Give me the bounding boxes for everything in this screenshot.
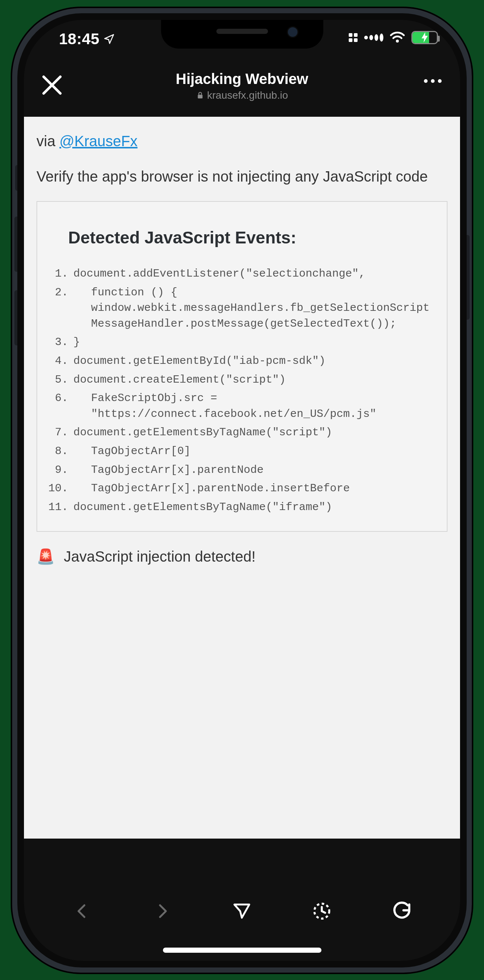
- event-row: 9.TagObjectArr[x].parentNode: [48, 461, 435, 479]
- dual-sim-icon: [349, 33, 358, 42]
- event-line-number: 3.: [48, 334, 73, 350]
- event-row: 1.document.addEventListener("selectionch…: [48, 264, 435, 283]
- history-button[interactable]: [307, 896, 337, 926]
- event-row: 8.TagObjectArr[0]: [48, 442, 435, 461]
- event-line-number: 5.: [48, 372, 73, 388]
- webview-header: Hijacking Webview krausefx.github.io: [24, 55, 460, 117]
- event-line-number: 7.: [48, 425, 73, 441]
- alert-emoji-icon: 🚨: [37, 548, 55, 565]
- author-link[interactable]: @KrauseFx: [59, 133, 137, 149]
- event-line-number: 4.: [48, 353, 73, 369]
- lock-icon: [196, 91, 204, 99]
- event-row: 3.}: [48, 333, 435, 352]
- event-row: 10.TagObjectArr[x].parentNode.insertBefo…: [48, 479, 435, 498]
- notch: [161, 20, 323, 49]
- event-code: TagObjectArr[x].parentNode.insertBefore: [73, 480, 435, 496]
- event-code: FakeScriptObj.src = "https://connect.fac…: [73, 390, 435, 422]
- byline: via @KrauseFx: [37, 133, 447, 150]
- event-code: document.addEventListener("selectionchan…: [73, 266, 435, 282]
- event-code: }: [73, 334, 435, 350]
- event-row: 5.document.createElement("script"): [48, 371, 435, 389]
- more-button[interactable]: [424, 79, 442, 83]
- share-button[interactable]: [227, 896, 257, 926]
- event-code: document.createElement("script"): [73, 372, 435, 388]
- back-button[interactable]: [67, 896, 97, 926]
- event-code: function () { window.webkit.messageHandl…: [73, 285, 435, 332]
- injection-alert: 🚨 JavaScript injection detected!: [37, 548, 447, 565]
- events-panel: Detected JavaScript Events: 1.document.a…: [37, 201, 447, 532]
- close-button[interactable]: [40, 73, 64, 98]
- status-time-area: 18:45: [59, 30, 115, 48]
- event-line-number: 9.: [48, 462, 73, 478]
- svg-point-0: [396, 40, 399, 43]
- cell-signal-icon: [364, 33, 383, 41]
- chevron-left-icon: [73, 902, 91, 920]
- history-icon: [312, 901, 332, 921]
- svg-rect-1: [198, 95, 202, 98]
- event-line-number: 10.: [48, 480, 73, 496]
- reload-button[interactable]: [387, 896, 417, 926]
- event-line-number: 6.: [48, 390, 73, 422]
- event-line-number: 8.: [48, 444, 73, 459]
- events-heading: Detected JavaScript Events:: [68, 228, 435, 248]
- reload-icon: [392, 901, 412, 921]
- event-row: 7.document.getElementsByTagName("script"…: [48, 423, 435, 442]
- phone-frame: 18:45: [11, 6, 473, 974]
- event-code: document.getElementsByTagName("iframe"): [73, 500, 435, 515]
- event-code: TagObjectArr[x].parentNode: [73, 462, 435, 478]
- event-line-number: 11.: [48, 500, 73, 515]
- event-code: TagObjectArr[0]: [73, 444, 435, 459]
- lead-paragraph: Verify the app's browser is not injectin…: [37, 167, 447, 186]
- page-title: Hijacking Webview: [176, 70, 308, 88]
- event-row: 4.document.getElementById("iab-pcm-sdk"): [48, 352, 435, 371]
- location-arrow-icon: [103, 33, 115, 45]
- forward-button[interactable]: [147, 896, 177, 926]
- wifi-icon: [390, 32, 405, 43]
- event-line-number: 1.: [48, 266, 73, 282]
- event-row: 2.function () { window.webkit.messageHan…: [48, 283, 435, 333]
- webview-content[interactable]: via @KrauseFx Verify the app's browser i…: [24, 117, 460, 838]
- close-icon: [40, 73, 64, 98]
- event-code: document.getElementById("iab-pcm-sdk"): [73, 353, 435, 369]
- send-icon: [232, 901, 252, 921]
- event-row: 6.FakeScriptObj.src = "https://connect.f…: [48, 389, 435, 423]
- chevron-right-icon: [153, 902, 171, 920]
- alert-text: JavaScript injection detected!: [64, 548, 256, 565]
- page-domain: krausefx.github.io: [196, 89, 288, 102]
- screen: 18:45: [24, 20, 460, 961]
- domain-label: krausefx.github.io: [207, 89, 288, 102]
- battery-icon: [411, 31, 438, 44]
- via-prefix: via: [37, 133, 59, 149]
- webview-toolbar: [24, 883, 460, 939]
- event-code: document.getElementsByTagName("script"): [73, 425, 435, 441]
- event-row: 11.document.getElementsByTagName("iframe…: [48, 498, 435, 517]
- clock-label: 18:45: [59, 30, 99, 48]
- events-list: 1.document.addEventListener("selectionch…: [48, 264, 435, 516]
- home-indicator[interactable]: [163, 948, 321, 953]
- event-line-number: 2.: [48, 285, 73, 332]
